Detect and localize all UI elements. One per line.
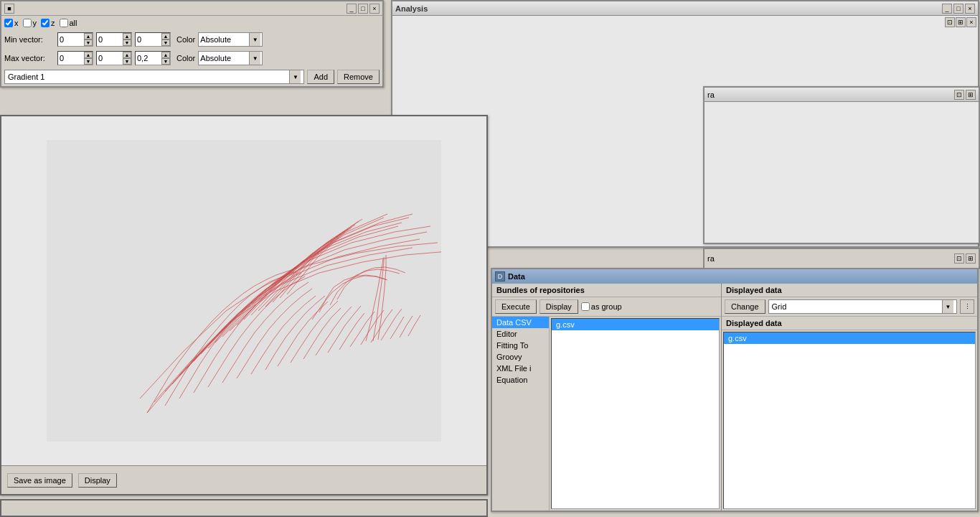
min-v3-input[interactable]: ▲ ▼ — [135, 32, 171, 47]
checkbox-z-input[interactable] — [41, 19, 50, 27]
min-v1-field[interactable] — [58, 33, 85, 46]
displayed-item-gcsv[interactable]: g.csv — [724, 332, 975, 344]
max-color-arrow[interactable]: ▼ — [249, 52, 260, 65]
as-group-checkbox[interactable]: as group — [581, 302, 622, 311]
minimize-btn[interactable]: _ — [347, 4, 357, 14]
min-v1-down[interactable]: ▼ — [84, 39, 93, 46]
max-v2-down[interactable]: ▼ — [123, 58, 131, 65]
max-color-dropdown[interactable]: Absolute ▼ — [198, 51, 263, 65]
menu-item-xml[interactable]: XML File i — [492, 363, 549, 374]
min-v3-field[interactable] — [136, 33, 163, 46]
max-v2-field[interactable] — [97, 52, 124, 65]
max-v2-spin: ▲ ▼ — [123, 52, 131, 65]
gradient-window-icon: ■ — [4, 4, 14, 14]
min-v3-down[interactable]: ▼ — [161, 39, 170, 46]
analysis-close-btn[interactable]: × — [965, 4, 975, 14]
min-vector-label: Min vector: — [4, 35, 55, 44]
analysis-inner-btn1[interactable]: ⊡ — [945, 17, 955, 27]
display-button[interactable]: Display — [78, 473, 117, 488]
repositories-list: g.csv — [551, 318, 720, 509]
checkbox-all[interactable]: all — [60, 19, 77, 27]
menu-item-equation[interactable]: Equation — [492, 374, 549, 386]
analysis-inner-btn2[interactable]: ⊞ — [956, 17, 966, 27]
checkbox-x-input[interactable] — [4, 19, 13, 27]
max-v1-input[interactable]: ▲ ▼ — [57, 51, 93, 65]
max-v1-field[interactable] — [58, 52, 85, 65]
max-v3-field[interactable] — [136, 52, 163, 65]
analysis-inner-close-btn[interactable]: × — [966, 17, 976, 27]
data-main: Bundles of repositories Execute Display … — [492, 284, 977, 511]
min-v2-spin: ▲ ▼ — [123, 33, 131, 46]
bundles-header: Bundles of repositories — [492, 284, 721, 297]
data-panel-title: Data — [508, 272, 525, 281]
data-left-panel: Bundles of repositories Execute Display … — [492, 284, 722, 511]
checkbox-all-label: all — [70, 19, 77, 27]
min-v2-down[interactable]: ▼ — [123, 39, 131, 46]
max-v3-input[interactable]: ▲ ▼ — [135, 51, 171, 65]
min-v1-up[interactable]: ▲ — [84, 33, 93, 39]
menu-item-fitting[interactable]: Fitting To — [492, 340, 549, 351]
min-v1-input[interactable]: ▲ ▼ — [57, 32, 93, 47]
mesh-container: .mesh-line { stroke: #cc4444; stroke-wid… — [1, 116, 486, 465]
min-v2-input[interactable]: ▲ ▼ — [96, 32, 132, 47]
max-color-value: Absolute — [200, 54, 249, 62]
max-v1-down[interactable]: ▼ — [84, 58, 93, 65]
max-v2-up[interactable]: ▲ — [123, 52, 131, 58]
rp2-btn2[interactable]: ⊞ — [966, 253, 976, 264]
change-button[interactable]: Change — [725, 299, 765, 314]
analysis-titlebar: Analysis _ □ × — [392, 1, 978, 16]
min-color-arrow[interactable]: ▼ — [249, 33, 260, 46]
gradient-dropdown[interactable]: Gradient 1 ▼ — [4, 70, 304, 84]
rp2-btn1[interactable]: ⊡ — [954, 253, 964, 264]
right-panel2-controls: ⊡ ⊞ — [954, 253, 976, 264]
menu-item-data-csv[interactable]: Data CSV — [492, 317, 549, 328]
data-panel: D Data Bundles of repositories Execute D… — [491, 268, 979, 512]
right-panel-btn1[interactable]: ⊡ — [954, 90, 964, 100]
analysis-inner-controls: ⊡ ⊞ × — [945, 17, 976, 27]
max-v2-input[interactable]: ▲ ▼ — [96, 51, 132, 65]
save-as-image-button[interactable]: Save as image — [7, 473, 72, 488]
right-panel2: ra ⊡ ⊞ — [703, 248, 980, 269]
min-v2-up[interactable]: ▲ — [123, 33, 131, 39]
right-panel-title: ra — [707, 90, 715, 99]
as-group-label: as group — [591, 302, 622, 311]
grid-dropdown-arrow[interactable]: ▼ — [942, 300, 953, 313]
viz-content: .mesh-line { stroke: #cc4444; stroke-wid… — [1, 116, 486, 465]
checkbox-y[interactable]: y — [23, 19, 37, 27]
remove-gradient-button[interactable]: Remove — [337, 70, 380, 84]
min-v3-spin: ▲ ▼ — [161, 33, 170, 46]
gradient-arrow[interactable]: ▼ — [289, 70, 301, 83]
gradient-name: Gradient 1 — [8, 73, 289, 81]
repo-item-gcsv[interactable]: g.csv — [552, 319, 719, 330]
analysis-minimize-btn[interactable]: _ — [942, 4, 952, 14]
grid-dropdown[interactable]: Grid ▼ — [768, 299, 957, 314]
data-list-container: Data CSV Editor Fitting To Groovy XML Fi… — [492, 317, 721, 511]
min-color-value: Absolute — [200, 35, 249, 44]
min-v2-field[interactable] — [97, 33, 124, 46]
min-color-dropdown[interactable]: Absolute ▼ — [198, 32, 263, 47]
as-group-checkbox-input[interactable] — [581, 302, 590, 311]
max-v3-down[interactable]: ▼ — [161, 58, 170, 65]
more-controls-btn[interactable]: ⋮ — [960, 299, 974, 314]
analysis-maximize-btn[interactable]: □ — [953, 4, 963, 14]
checkbox-row: x y z all — [1, 16, 382, 30]
checkbox-y-input[interactable] — [23, 19, 32, 27]
right-panel-btn2[interactable]: ⊞ — [966, 90, 976, 100]
checkbox-all-input[interactable] — [60, 19, 68, 27]
gradient-window: ■ _ □ × x y z all Min vector: — [0, 0, 384, 88]
max-vector-row: Max vector: ▲ ▼ ▲ ▼ ▲ ▼ Color Absolute — [1, 49, 382, 67]
max-v3-up[interactable]: ▲ — [161, 52, 170, 58]
min-color-label: Color — [176, 35, 195, 44]
min-v3-up[interactable]: ▲ — [161, 33, 170, 39]
menu-item-groovy[interactable]: Groovy — [492, 351, 549, 363]
checkbox-z-label: z — [51, 19, 55, 27]
data-display-button[interactable]: Display — [540, 299, 578, 314]
menu-item-editor[interactable]: Editor — [492, 328, 549, 340]
maximize-btn[interactable]: □ — [358, 4, 368, 14]
add-gradient-button[interactable]: Add — [307, 70, 334, 84]
checkbox-x[interactable]: x — [4, 19, 19, 27]
checkbox-z[interactable]: z — [41, 19, 55, 27]
execute-button[interactable]: Execute — [495, 299, 537, 314]
max-v1-up[interactable]: ▲ — [84, 52, 93, 58]
close-btn[interactable]: × — [369, 4, 380, 14]
